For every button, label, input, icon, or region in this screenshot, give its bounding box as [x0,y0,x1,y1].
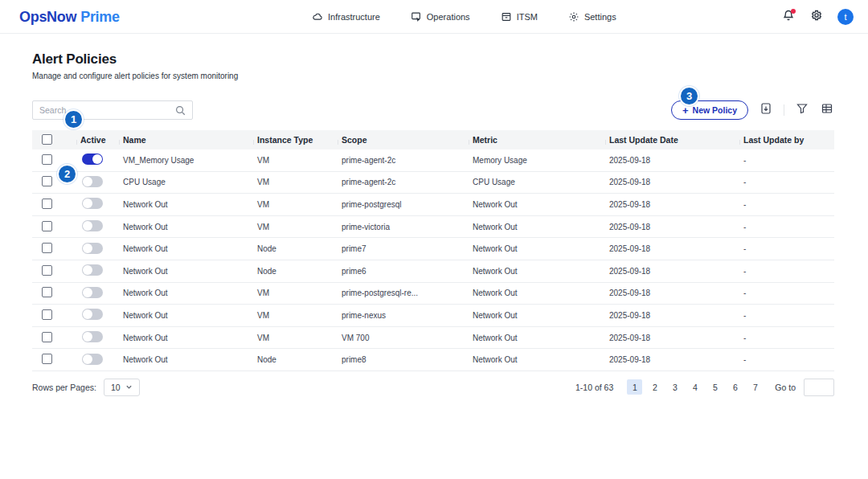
cell-name: Network Out [119,355,253,364]
gear-icon [810,9,823,25]
toolbar-divider [784,104,784,116]
cell-last-update-date: 2025-09-18 [605,223,739,231]
cell-metric: Network Out [469,200,605,209]
table-row[interactable]: Network Out VM prime-victoria Network Ou… [32,216,834,239]
row-checkbox[interactable] [42,265,52,276]
cell-scope: prime-nexus [338,311,469,320]
table-row[interactable]: Network Out VM prime-postgresql-re... Ne… [32,283,834,305]
cell-instance-type: VM [253,178,338,186]
nav-item-settings[interactable]: Settings [568,11,616,23]
filter-icon [796,102,809,118]
filter-button[interactable] [795,103,809,117]
cell-last-update-by: - [739,289,834,297]
page-number-3[interactable]: 3 [667,379,682,395]
column-header-instance-type[interactable]: Instance Type [253,135,338,145]
active-toggle[interactable] [82,176,103,187]
active-toggle[interactable] [82,198,103,209]
column-header-name[interactable]: Name [119,135,253,145]
page-number-6[interactable]: 6 [727,379,743,395]
cell-last-update-by: - [739,156,834,165]
chevron-down-icon [125,383,133,392]
rows-per-page: Rows per Pages: 10 [32,379,140,396]
table-row[interactable]: Network Out Node prime8 Network Out 2025… [32,349,834,371]
active-toggle[interactable] [82,309,103,320]
column-header-last-update-date[interactable]: Last Update Date [605,135,739,145]
goto-page-input[interactable] [804,379,834,396]
active-toggle[interactable] [82,243,103,254]
logo-secondary-text: Prime [80,9,120,26]
cell-instance-type: VM [253,223,338,231]
cloud-icon [312,11,323,23]
page-number-7[interactable]: 7 [747,379,763,395]
cell-instance-type: VM [253,311,338,320]
nav-item-infrastructure[interactable]: Infrastructure [312,11,380,23]
row-checkbox[interactable] [42,154,52,165]
itsm-icon [501,11,512,23]
active-toggle[interactable] [82,264,103,276]
rows-per-page-select[interactable]: 10 [104,379,140,396]
column-header-last-update-by[interactable]: Last Update by [739,135,834,145]
cell-last-update-date: 2025-09-18 [605,289,739,297]
table-row[interactable]: Network Out VM prime-postgresql Network … [32,194,834,216]
page-number-2[interactable]: 2 [647,379,662,395]
select-all-checkbox[interactable] [42,134,52,145]
top-right-controls: t [781,0,854,34]
active-toggle[interactable] [82,331,103,342]
app-logo[interactable]: OpsNow Prime [19,0,120,34]
active-toggle[interactable] [82,154,103,165]
toggle-knob [83,288,92,297]
column-settings-button[interactable] [820,103,834,117]
page-number-1[interactable]: 1 [627,379,642,395]
row-checkbox[interactable] [42,221,52,231]
row-checkbox[interactable] [42,309,52,320]
cell-metric: CPU Usage [469,178,605,186]
user-avatar[interactable]: t [837,9,854,25]
row-checkbox[interactable] [42,332,52,342]
toggle-knob [83,265,92,275]
search-input[interactable] [33,101,192,119]
column-header-scope[interactable]: Scope [338,135,469,145]
page-number-5[interactable]: 5 [707,379,723,395]
table-row[interactable]: VM_Memory Usage VM prime-agent-2c Memory… [32,149,834,172]
table-row[interactable]: Network Out Node prime6 Network Out 2025… [32,260,834,283]
active-toggle[interactable] [82,287,103,298]
cell-name: Network Out [119,334,253,342]
toggle-knob [92,154,102,164]
export-icon [760,102,772,118]
cell-name: CPU Usage [119,178,253,186]
row-checkbox[interactable] [42,199,52,209]
pagination-controls: 1-10 of 63 1234567 Go to [575,379,834,396]
table-toolbar: + New Policy [32,100,834,120]
row-checkbox[interactable] [42,243,52,253]
toggle-knob [83,354,92,364]
main-content: Alert Policies Manage and configure aler… [32,34,834,396]
table-row[interactable]: Network Out VM prime-nexus Network Out 2… [32,305,834,327]
nav-item-label: Infrastructure [328,12,380,22]
settings-button[interactable] [809,10,824,24]
nav-item-itsm[interactable]: ITSM [501,11,538,23]
notifications-button[interactable] [781,10,796,24]
annotation-badge-3: 3 [679,86,699,106]
table-row[interactable]: Network Out Node prime7 Network Out 2025… [32,238,834,260]
active-toggle[interactable] [82,220,103,231]
page-number-4[interactable]: 4 [687,379,702,395]
toggle-knob [83,221,92,231]
table-row[interactable]: Network Out VM VM 700 Network Out 2025-0… [32,327,834,350]
column-header-metric[interactable]: Metric [469,135,605,145]
row-checkbox[interactable] [42,354,52,364]
row-checkbox[interactable] [42,176,52,186]
table-columns-icon [821,102,833,118]
cell-name: Network Out [119,267,253,276]
nav-item-operations[interactable]: Operations [411,11,470,23]
export-button[interactable] [759,103,773,117]
cell-instance-type: Node [253,267,338,276]
cell-name: Network Out [119,244,253,253]
table-row[interactable]: CPU Usage VM prime-agent-2c CPU Usage 20… [32,172,834,194]
active-toggle[interactable] [82,354,103,365]
cell-last-update-date: 2025-09-18 [605,156,739,165]
column-header-active[interactable]: Active [76,135,119,145]
toggle-knob [83,199,92,208]
pagination-range: 1-10 of 63 [575,383,613,392]
row-checkbox[interactable] [42,287,52,297]
search-icon [174,104,186,120]
